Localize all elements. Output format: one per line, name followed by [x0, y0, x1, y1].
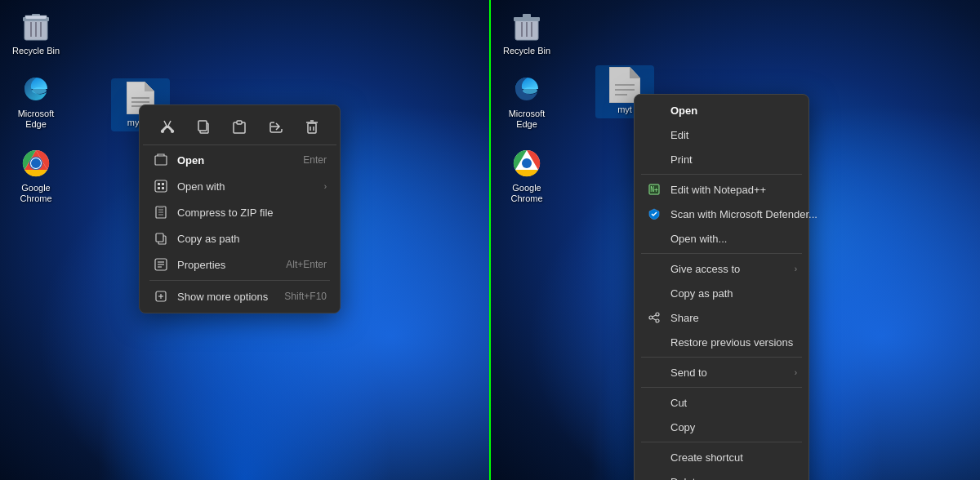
cut-label-right: Cut — [670, 397, 797, 409]
menu-open-right[interactable]: Open — [636, 98, 807, 122]
chrome-label-left: Google Chrome — [10, 183, 62, 204]
edge-icon-right[interactable]: Microsoft Edge — [497, 69, 556, 133]
svg-rect-22 — [308, 123, 316, 133]
menu-more-options-left[interactable]: Show more options Shift+F10 — [143, 283, 336, 309]
sep2-right — [641, 253, 802, 254]
send-to-icon-right — [646, 364, 662, 380]
open-with-arrow-left: › — [324, 182, 327, 191]
edge-label-left: Microsoft Edge — [10, 109, 62, 130]
menu-open-with-right[interactable]: Open with... — [636, 226, 807, 251]
recycle-bin-label-right: Recycle Bin — [503, 46, 550, 56]
svg-rect-31 — [158, 187, 160, 189]
svg-marker-12 — [145, 82, 154, 91]
toolbar-paste[interactable] — [225, 113, 254, 140]
menu-properties-left[interactable]: Properties Alt+Enter — [143, 251, 336, 278]
edge-img-left — [20, 73, 52, 105]
menu-open-left[interactable]: Open Enter — [143, 147, 336, 173]
open-shortcut-left: Enter — [303, 154, 327, 166]
svg-rect-34 — [158, 207, 163, 208]
menu-copy-right[interactable]: Copy — [636, 415, 807, 439]
menu-shortcut-right[interactable]: Create shortcut — [636, 445, 807, 469]
access-label-right: Give access to — [670, 263, 788, 275]
menu-edit-right[interactable]: Edit — [636, 122, 807, 147]
left-desktop: Recycle Bin — [0, 0, 489, 480]
svg-rect-30 — [162, 183, 164, 185]
toolbar-share[interactable] — [261, 113, 291, 140]
edge-icon-left[interactable]: Microsoft Edge — [7, 69, 65, 133]
menu-send-to-right[interactable]: Send to › — [636, 360, 807, 384]
edit-icon-right — [646, 127, 662, 143]
properties-label-left: Properties — [177, 259, 270, 271]
send-to-arrow-right: › — [795, 368, 797, 377]
chrome-icon-right[interactable]: Google Chrome — [497, 144, 556, 207]
shortcut-label-right: Create shortcut — [670, 451, 797, 464]
more-shortcut-left: Shift+F10 — [284, 291, 327, 302]
context-menu-right: Open Edit Print N+ Edit with Notepad++ — [634, 94, 809, 480]
copy-path-icon-left — [153, 230, 169, 247]
svg-rect-36 — [158, 211, 163, 213]
file-label-right: myt — [617, 104, 632, 115]
menu-share-right[interactable]: Share — [636, 305, 807, 330]
recycle-bin-label-left: Recycle Bin — [12, 46, 60, 56]
sep5-right — [641, 442, 802, 442]
right-desktop: Recycle Bin Microsoft Edge — [491, 0, 980, 480]
svg-point-53 — [523, 87, 537, 94]
edge-label-right: Microsoft Edge — [501, 109, 553, 130]
right-desktop-icons: Recycle Bin Microsoft Edge — [491, 0, 563, 214]
svg-line-67 — [653, 315, 656, 317]
menu-toolbar-left — [143, 109, 336, 145]
open-with-icon-right — [646, 230, 662, 247]
chrome-icon-left[interactable]: Google Chrome — [7, 144, 65, 207]
share-icon-right — [646, 309, 662, 326]
menu-notepad-right[interactable]: N+ Edit with Notepad++ — [636, 177, 807, 202]
menu-copy-path-left[interactable]: Copy as path — [143, 225, 336, 251]
notepad-label-right: Edit with Notepad++ — [670, 184, 797, 196]
svg-rect-49 — [523, 14, 531, 18]
restore-icon-right — [646, 334, 662, 350]
compress-icon-left — [153, 204, 169, 220]
menu-copy-path-right[interactable]: Copy as path — [636, 281, 807, 305]
more-icon-left — [153, 288, 169, 304]
compress-label-left: Compress to ZIP file — [177, 207, 327, 219]
delete-label-right: Delete — [670, 476, 797, 481]
open-with-label-right: Open with... — [670, 233, 797, 245]
share-label-right: Share — [670, 312, 797, 324]
svg-rect-37 — [158, 214, 163, 216]
menu-delete-right[interactable]: Delete — [636, 469, 807, 480]
copy-label-right: Copy — [670, 421, 797, 433]
copy-path-label-right: Copy as path — [670, 287, 797, 300]
menu-compress-left[interactable]: Compress to ZIP file — [143, 199, 336, 225]
svg-point-56 — [522, 158, 532, 168]
svg-rect-32 — [162, 187, 164, 189]
menu-defender-right[interactable]: Scan with Microsoft Defender... — [636, 202, 807, 226]
recycle-bin-img-left — [20, 10, 52, 42]
toolbar-copy[interactable] — [189, 113, 218, 140]
chrome-img-left — [20, 147, 52, 180]
chrome-img-right — [510, 147, 543, 180]
defender-icon-right — [646, 206, 662, 222]
print-icon-right — [646, 151, 662, 167]
recycle-bin-icon-left[interactable]: Recycle Bin — [7, 7, 65, 60]
edit-label-right: Edit — [670, 129, 797, 141]
properties-icon-left — [153, 256, 169, 273]
recycle-bin-icon-right[interactable]: Recycle Bin — [497, 7, 556, 60]
open-with-icon-left — [153, 178, 169, 194]
print-label-right: Print — [670, 153, 797, 166]
menu-print-right[interactable]: Print — [636, 147, 807, 171]
cut-icon-right — [646, 394, 662, 411]
more-options-label-left: Show more options — [177, 291, 268, 303]
menu-access-right[interactable]: Give access to › — [636, 256, 807, 281]
toolbar-cut[interactable] — [153, 113, 182, 140]
copy-icon-right — [646, 419, 662, 435]
toolbar-delete[interactable] — [297, 113, 327, 140]
left-desktop-icons: Recycle Bin — [0, 0, 72, 214]
svg-rect-29 — [158, 183, 160, 185]
defender-label-right: Scan with Microsoft Defender... — [670, 208, 817, 220]
separator-left — [149, 280, 330, 281]
svg-rect-21 — [237, 121, 242, 124]
svg-point-6 — [32, 87, 47, 94]
menu-cut-right[interactable]: Cut — [636, 390, 807, 415]
menu-restore-right[interactable]: Restore previous versions — [636, 330, 807, 354]
edge-img-right — [510, 73, 543, 105]
menu-open-with-left[interactable]: Open with › — [143, 173, 336, 199]
